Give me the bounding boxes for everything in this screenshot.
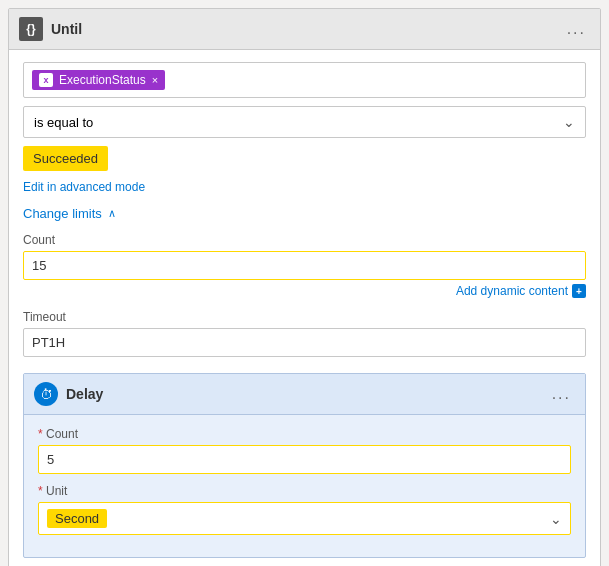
timeout-field-group: Timeout bbox=[23, 310, 586, 357]
count-input[interactable] bbox=[23, 251, 586, 280]
edit-advanced-link[interactable]: Edit in advanced mode bbox=[23, 180, 145, 194]
until-icon: {} bbox=[19, 17, 43, 41]
add-dynamic-content-link[interactable]: Add dynamic content + bbox=[456, 284, 586, 298]
timeout-input[interactable] bbox=[23, 328, 586, 357]
add-dynamic-label: Add dynamic content bbox=[456, 284, 568, 298]
delay-card: ⏱ Delay ... * Count bbox=[23, 373, 586, 558]
delay-icon-glyph: ⏱ bbox=[40, 387, 53, 402]
delay-count-required-star: * bbox=[38, 427, 43, 441]
delay-unit-select[interactable]: Second ⌄ bbox=[38, 502, 571, 535]
until-card-body: x ExecutionStatus × is equal to ⌄ Succee… bbox=[9, 50, 600, 566]
delay-unit-arrow-icon: ⌄ bbox=[550, 511, 562, 527]
card-title: Until bbox=[51, 21, 82, 37]
succeeded-badge-row: Succeeded bbox=[23, 146, 586, 179]
dropdown-arrow-icon: ⌄ bbox=[563, 114, 575, 130]
delay-card-body: * Count * Unit Second ⌄ bbox=[24, 415, 585, 557]
token-x-icon: x bbox=[39, 73, 53, 87]
delay-count-group: * Count bbox=[38, 427, 571, 474]
delay-unit-value: Second bbox=[47, 509, 107, 528]
count-label: Count bbox=[23, 233, 586, 247]
chevron-up-icon: ∧ bbox=[108, 207, 116, 220]
execution-status-token[interactable]: x ExecutionStatus × bbox=[32, 70, 165, 90]
until-ellipsis-button[interactable]: ... bbox=[563, 20, 590, 38]
dynamic-content-footer: Add dynamic content + bbox=[23, 284, 586, 298]
token-label: ExecutionStatus bbox=[59, 73, 146, 87]
delay-count-label: * Count bbox=[38, 427, 571, 441]
delay-icon: ⏱ bbox=[34, 382, 58, 406]
delay-count-input[interactable] bbox=[38, 445, 571, 474]
change-limits-label: Change limits bbox=[23, 206, 102, 221]
delay-card-header: ⏱ Delay ... bbox=[24, 374, 585, 415]
until-card: {} Until ... x ExecutionStatus × is equa… bbox=[8, 8, 601, 566]
delay-header-left: ⏱ Delay bbox=[34, 382, 103, 406]
until-card-header: {} Until ... bbox=[9, 9, 600, 50]
delay-unit-required-star: * bbox=[38, 484, 43, 498]
delay-unit-group: * Unit Second ⌄ bbox=[38, 484, 571, 535]
token-row: x ExecutionStatus × bbox=[23, 62, 586, 98]
delay-title: Delay bbox=[66, 386, 103, 402]
until-icon-label: {} bbox=[26, 22, 35, 36]
succeeded-badge: Succeeded bbox=[23, 146, 108, 171]
count-field-group: Count Add dynamic content + bbox=[23, 233, 586, 298]
delay-ellipsis-button[interactable]: ... bbox=[548, 385, 575, 403]
condition-dropdown[interactable]: is equal to ⌄ bbox=[23, 106, 586, 138]
header-left: {} Until bbox=[19, 17, 82, 41]
delay-unit-label: * Unit bbox=[38, 484, 571, 498]
add-dynamic-icon: + bbox=[572, 284, 586, 298]
timeout-label: Timeout bbox=[23, 310, 586, 324]
change-limits-toggle[interactable]: Change limits ∧ bbox=[23, 206, 586, 221]
token-close-button[interactable]: × bbox=[152, 75, 158, 86]
dropdown-value: is equal to bbox=[34, 115, 93, 130]
